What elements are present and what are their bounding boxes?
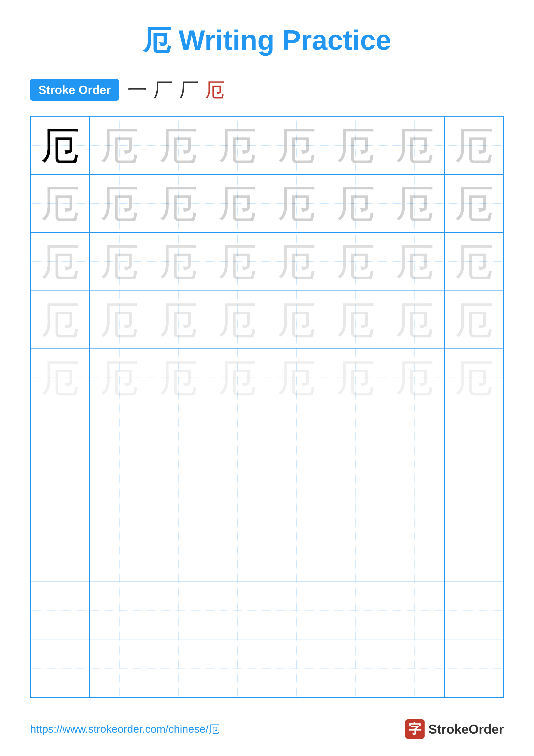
footer-url[interactable]: https://www.strokeorder.com/chinese/厄 <box>30 722 219 736</box>
practice-char: 厄 <box>41 126 80 165</box>
grid-cell-r9-c3[interactable] <box>149 581 208 639</box>
grid-cell-r2-c1[interactable]: 厄 <box>31 175 89 233</box>
grid-cell-r10-c3[interactable] <box>149 639 208 697</box>
grid-cell-r2-c3[interactable]: 厄 <box>149 175 208 233</box>
grid-cell-r6-c6[interactable] <box>326 407 385 465</box>
grid-cell-r2-c6[interactable]: 厄 <box>326 175 385 233</box>
practice-char: 厄 <box>336 184 375 223</box>
grid-cell-r7-c5[interactable] <box>267 465 326 523</box>
grid-cell-r4-c4[interactable]: 厄 <box>208 291 267 349</box>
grid-cell-r8-c4[interactable] <box>208 523 267 581</box>
grid-cell-r4-c1[interactable]: 厄 <box>31 291 89 349</box>
grid-cell-r8-c2[interactable] <box>89 523 149 581</box>
grid-cell-r2-c7[interactable]: 厄 <box>385 175 444 233</box>
grid-cell-r8-c7[interactable] <box>385 523 444 581</box>
grid-cell-r7-c7[interactable] <box>385 465 444 523</box>
stroke-sequence: 一 厂 厂 厄 <box>128 77 224 103</box>
grid-cell-r2-c2[interactable]: 厄 <box>89 175 149 233</box>
grid-cell-r6-c8[interactable] <box>445 407 503 465</box>
grid-cell-r3-c5[interactable]: 厄 <box>267 232 326 291</box>
grid-cell-r2-c4[interactable]: 厄 <box>208 175 267 233</box>
grid-cell-r4-c5[interactable]: 厄 <box>267 291 326 349</box>
grid-cell-r10-c6[interactable] <box>326 639 385 697</box>
grid-cell-r9-c6[interactable] <box>326 581 385 639</box>
stroke-3: 厂 <box>179 77 199 103</box>
grid-cell-r8-c5[interactable] <box>267 523 326 581</box>
grid-cell-r1-c8[interactable]: 厄 <box>445 116 503 175</box>
grid-cell-r6-c7[interactable] <box>385 407 444 465</box>
grid-cell-r1-c1[interactable]: 厄 <box>31 116 89 175</box>
grid-cell-r9-c1[interactable] <box>31 581 89 639</box>
practice-char: 厄 <box>218 184 257 223</box>
grid-cell-r5-c8[interactable]: 厄 <box>445 349 503 407</box>
grid-cell-r7-c8[interactable] <box>445 465 503 523</box>
footer-logo-text: StrokeOrder <box>428 722 504 737</box>
grid-cell-r8-c3[interactable] <box>149 523 208 581</box>
grid-cell-r1-c5[interactable]: 厄 <box>267 116 326 175</box>
grid-cell-r8-c8[interactable] <box>445 523 503 581</box>
grid-cell-r7-c3[interactable] <box>149 465 208 523</box>
grid-cell-r4-c8[interactable]: 厄 <box>445 291 503 349</box>
grid-cell-r1-c7[interactable]: 厄 <box>385 116 444 175</box>
grid-cell-r4-c7[interactable]: 厄 <box>385 291 444 349</box>
grid-cell-r6-c3[interactable] <box>149 407 208 465</box>
grid-cell-r6-c5[interactable] <box>267 407 326 465</box>
grid-cell-r5-c4[interactable]: 厄 <box>208 349 267 407</box>
grid-cell-r8-c1[interactable] <box>31 523 89 581</box>
grid-cell-r7-c2[interactable] <box>89 465 149 523</box>
grid-cell-r7-c6[interactable] <box>326 465 385 523</box>
grid-cell-r10-c4[interactable] <box>208 639 267 697</box>
stroke-1: 一 <box>128 77 147 103</box>
title-character: 厄 <box>143 24 179 56</box>
grid-cell-r3-c6[interactable]: 厄 <box>326 232 385 291</box>
practice-char: 厄 <box>454 126 493 165</box>
grid-cell-r10-c2[interactable] <box>89 639 149 697</box>
grid-cell-r9-c2[interactable] <box>89 581 149 639</box>
grid-cell-r5-c5[interactable]: 厄 <box>267 349 326 407</box>
grid-cell-r2-c5[interactable]: 厄 <box>267 175 326 233</box>
footer: https://www.strokeorder.com/chinese/厄 字 … <box>30 719 504 739</box>
grid-cell-r3-c4[interactable]: 厄 <box>208 232 267 291</box>
grid-cell-r3-c3[interactable]: 厄 <box>149 232 208 291</box>
grid-cell-r4-c2[interactable]: 厄 <box>89 291 149 349</box>
grid-cell-r3-c8[interactable]: 厄 <box>445 232 503 291</box>
practice-char: 厄 <box>100 242 139 281</box>
grid-cell-r2-c8[interactable]: 厄 <box>445 175 503 233</box>
practice-char: 厄 <box>395 358 434 397</box>
grid-cell-r3-c7[interactable]: 厄 <box>385 232 444 291</box>
grid-cell-r5-c6[interactable]: 厄 <box>326 349 385 407</box>
grid-cell-r7-c4[interactable] <box>208 465 267 523</box>
grid-cell-r4-c6[interactable]: 厄 <box>326 291 385 349</box>
grid-cell-r5-c7[interactable]: 厄 <box>385 349 444 407</box>
grid-cell-r5-c3[interactable]: 厄 <box>149 349 208 407</box>
practice-char: 厄 <box>454 358 493 397</box>
grid-cell-r7-c1[interactable] <box>31 465 89 523</box>
practice-char: 厄 <box>336 300 375 339</box>
grid-cell-r10-c8[interactable] <box>445 639 503 697</box>
practice-char: 厄 <box>336 126 375 165</box>
grid-cell-r1-c6[interactable]: 厄 <box>326 116 385 175</box>
grid-cell-r1-c2[interactable]: 厄 <box>89 116 149 175</box>
grid-cell-r8-c6[interactable] <box>326 523 385 581</box>
grid-cell-r5-c1[interactable]: 厄 <box>31 349 89 407</box>
grid-cell-r9-c8[interactable] <box>445 581 503 639</box>
grid-cell-r3-c1[interactable]: 厄 <box>31 232 89 291</box>
grid-cell-r3-c2[interactable]: 厄 <box>89 232 149 291</box>
grid-cell-r6-c1[interactable] <box>31 407 89 465</box>
grid-cell-r10-c5[interactable] <box>267 639 326 697</box>
grid-cell-r6-c4[interactable] <box>208 407 267 465</box>
grid-cell-r9-c4[interactable] <box>208 581 267 639</box>
grid-cell-r9-c5[interactable] <box>267 581 326 639</box>
grid-cell-r1-c3[interactable]: 厄 <box>149 116 208 175</box>
grid-cell-r1-c4[interactable]: 厄 <box>208 116 267 175</box>
grid-cell-r6-c2[interactable] <box>89 407 149 465</box>
practice-grid[interactable]: 厄 厄 厄 厄 厄 厄 厄 厄 厄 厄 厄 <box>30 116 504 698</box>
practice-char: 厄 <box>395 242 434 281</box>
grid-cell-r10-c1[interactable] <box>31 639 89 697</box>
grid-cell-r10-c7[interactable] <box>385 639 444 697</box>
practice-char: 厄 <box>100 358 139 397</box>
grid-cell-r5-c2[interactable]: 厄 <box>89 349 149 407</box>
grid-cell-r4-c3[interactable]: 厄 <box>149 291 208 349</box>
grid-cell-r9-c7[interactable] <box>385 581 444 639</box>
practice-char: 厄 <box>454 300 493 339</box>
